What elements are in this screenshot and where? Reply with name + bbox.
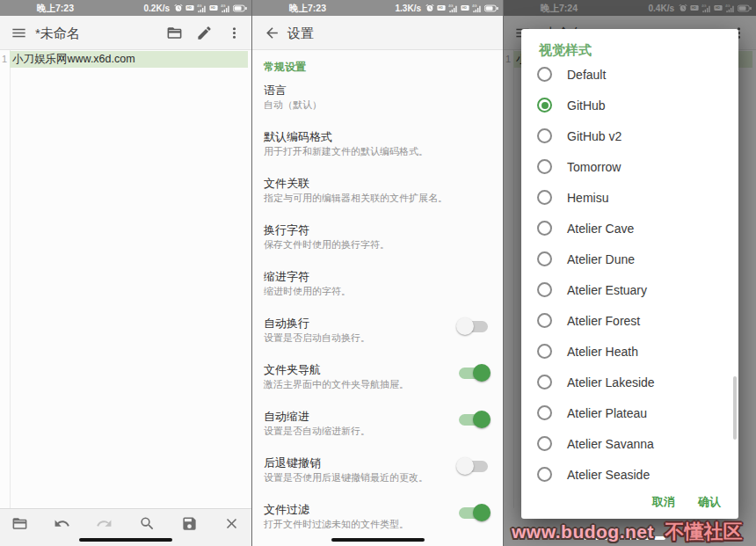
radio-icon[interactable] — [537, 375, 552, 389]
undo-icon[interactable] — [54, 515, 70, 546]
radio-icon[interactable] — [537, 98, 552, 113]
page-title: 设置 — [287, 25, 314, 42]
gutter-divider — [10, 50, 11, 508]
style-option-atelier-savanna[interactable]: Atelier Savanna — [521, 428, 738, 459]
setting-item[interactable]: 语言自动（默认） — [264, 76, 491, 123]
style-dialog-screen: 晚上7:24 0.4K/s HD4GHD4G *未命名 小刀娱乐网www.x6d… — [504, 0, 756, 546]
setting-description: 指定与可用的编辑器相关联的文件扩展名。 — [264, 192, 491, 205]
svg-text:4G: 4G — [221, 4, 225, 8]
style-option-label: Atelier Cave — [567, 222, 634, 236]
section-header: 常规设置 — [264, 55, 491, 76]
radio-icon[interactable] — [537, 436, 552, 451]
setting-item[interactable]: 换行字符保存文件时使用的换行字符。 — [264, 216, 491, 263]
radio-icon[interactable] — [537, 313, 552, 328]
watermark: www.budog.net 不懂社区 — [512, 519, 742, 545]
settings-list: 语言自动（默认）默认编码格式用于打开和新建文件的默认编码格式。文件关联指定与可用… — [264, 76, 491, 542]
setting-label: 文件过滤 — [264, 502, 491, 517]
setting-item[interactable]: 后退键撤销设置是否使用后退键撤销最近的更改。 — [264, 449, 491, 496]
style-option-label: Atelier Seaside — [567, 468, 650, 482]
alarm-icon — [425, 4, 434, 12]
status-time: 晚上7:23 — [289, 3, 326, 15]
setting-item[interactable]: 文件过滤打开文件时过滤未知的文件类型。 — [264, 496, 491, 542]
style-option-label: Atelier Dune — [567, 252, 635, 266]
svg-text:HD: HD — [439, 6, 444, 10]
app-bar: *未命名 — [0, 16, 251, 50]
folder-open-icon[interactable] — [11, 515, 28, 546]
folder-open-icon[interactable] — [166, 25, 183, 41]
save-icon[interactable] — [181, 515, 198, 546]
style-option-atelier-seaside[interactable]: Atelier Seaside — [521, 459, 738, 490]
style-option-github-v2[interactable]: GitHub v2 — [521, 120, 738, 151]
setting-description: 打开文件时过滤未知的文件类型。 — [264, 518, 491, 531]
style-option-label: Tomorrow — [567, 160, 621, 174]
svg-text:HD: HD — [211, 6, 216, 10]
current-line-highlight: 小刀娱乐网www.x6d.com — [10, 51, 248, 68]
signal-4g-icon: 4G — [448, 4, 458, 13]
alarm-icon — [174, 4, 183, 12]
setting-label: 换行字符 — [264, 222, 491, 237]
style-option-atelier-dune[interactable]: Atelier Dune — [521, 244, 738, 274]
radio-icon[interactable] — [537, 467, 552, 482]
dialog-scrollbar[interactable] — [733, 376, 737, 440]
setting-item[interactable]: 自动换行设置是否启动自动换行。 — [264, 309, 491, 356]
dialog-buttons: 取消 确认 — [521, 490, 738, 519]
style-option-label: GitHub — [567, 98, 606, 113]
more-vert-icon[interactable] — [226, 25, 243, 41]
style-option-github[interactable]: GitHub — [521, 90, 738, 120]
radio-icon[interactable] — [537, 128, 552, 143]
style-option-tomorrow[interactable]: Tomorrow — [521, 151, 738, 182]
toggle-switch[interactable] — [459, 461, 488, 472]
radio-icon[interactable] — [537, 405, 552, 420]
style-option-hemisu[interactable]: Hemisu — [521, 182, 738, 213]
code-line[interactable]: 小刀娱乐网www.x6d.com 1 — [0, 51, 251, 68]
net-speed: 0.2K/s — [144, 4, 170, 13]
gesture-bar[interactable] — [79, 538, 172, 542]
cancel-button[interactable]: 取消 — [652, 494, 675, 510]
edit-icon[interactable] — [196, 25, 213, 41]
watermark-site: www.budog.net — [512, 521, 654, 542]
setting-item[interactable]: 默认编码格式用于打开和新建文件的默认编码格式。 — [264, 123, 491, 170]
setting-label: 自动缩进 — [264, 409, 491, 424]
hd-icon: HD — [437, 4, 446, 12]
style-option-atelier-forest[interactable]: Atelier Forest — [521, 305, 738, 336]
style-option-label: GitHub v2 — [567, 129, 622, 143]
document-title: *未命名 — [35, 25, 80, 42]
hd-icon: HD — [209, 4, 218, 12]
radio-icon[interactable] — [537, 190, 552, 205]
setting-item[interactable]: 文件关联指定与可用的编辑器相关联的文件扩展名。 — [264, 170, 491, 216]
style-option-atelier-lakeside[interactable]: Atelier Lakeside — [521, 367, 738, 397]
setting-item[interactable]: 文件夹导航激活主界面中的文件夹导航抽屉。 — [264, 356, 491, 403]
style-option-atelier-estuary[interactable]: Atelier Estuary — [521, 274, 738, 305]
toggle-switch[interactable] — [459, 368, 488, 379]
style-option-label: Atelier Savanna — [567, 437, 654, 451]
setting-item[interactable]: 自动缩进设置是否自动缩进新行。 — [264, 403, 491, 449]
gesture-bar[interactable] — [331, 538, 425, 542]
toggle-switch[interactable] — [459, 507, 488, 519]
svg-text:4G: 4G — [472, 4, 476, 8]
style-option-default[interactable]: Default — [521, 59, 738, 90]
svg-text:HD: HD — [462, 6, 468, 10]
close-icon[interactable] — [223, 515, 240, 546]
style-option-atelier-plateau[interactable]: Atelier Plateau — [521, 397, 738, 428]
style-option-atelier-heath[interactable]: Atelier Heath — [521, 336, 738, 367]
confirm-button[interactable]: 确认 — [698, 494, 721, 510]
dialog-title: 视觉样式 — [521, 29, 738, 59]
toggle-switch[interactable] — [459, 321, 488, 332]
watermark-community: 不懂社区 — [665, 521, 742, 542]
signal-4g-icon: 4G — [197, 4, 207, 13]
radio-icon[interactable] — [537, 282, 552, 297]
radio-icon[interactable] — [537, 344, 552, 359]
radio-icon[interactable] — [537, 221, 552, 236]
radio-icon[interactable] — [537, 251, 552, 266]
setting-item[interactable]: 缩进字符缩进时使用的字符。 — [264, 263, 491, 309]
setting-description: 用于打开和新建文件的默认编码格式。 — [264, 145, 491, 158]
radio-icon[interactable] — [537, 67, 552, 82]
editor-area[interactable]: 小刀娱乐网www.x6d.com 1 — [0, 50, 251, 508]
menu-icon[interactable] — [11, 25, 27, 41]
style-option-atelier-cave[interactable]: Atelier Cave — [521, 213, 738, 244]
style-option-label: Atelier Lakeside — [567, 375, 655, 389]
radio-icon[interactable] — [537, 159, 552, 174]
back-arrow-icon[interactable] — [264, 25, 280, 41]
style-option-label: Atelier Estuary — [567, 283, 647, 297]
toggle-switch[interactable] — [459, 414, 488, 426]
